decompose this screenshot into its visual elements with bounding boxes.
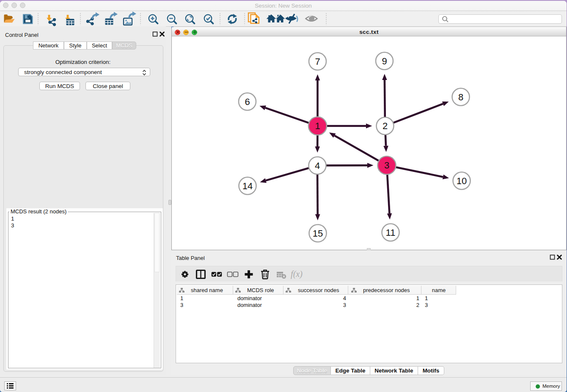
svg-text:4: 4 bbox=[343, 295, 346, 301]
svg-text:predecessor nodes: predecessor nodes bbox=[363, 287, 410, 293]
svg-text:1: 1 bbox=[315, 121, 320, 131]
svg-text:2: 2 bbox=[383, 121, 388, 131]
svg-text:2: 2 bbox=[416, 302, 419, 308]
svg-text:name: name bbox=[432, 287, 446, 293]
svg-text:3: 3 bbox=[343, 302, 346, 308]
svg-text:7: 7 bbox=[315, 56, 320, 67]
svg-text:dominator: dominator bbox=[237, 302, 262, 308]
svg-text:f(x): f(x) bbox=[291, 269, 303, 279]
svg-text:shared name: shared name bbox=[191, 287, 223, 293]
svg-text:1: 1 bbox=[180, 295, 183, 301]
svg-text:11: 11 bbox=[386, 227, 396, 238]
svg-text:4: 4 bbox=[315, 160, 320, 171]
svg-text:6: 6 bbox=[245, 97, 250, 107]
svg-text:15: 15 bbox=[313, 228, 323, 239]
svg-text:8: 8 bbox=[458, 92, 463, 102]
svg-text:9: 9 bbox=[382, 56, 387, 66]
svg-text:successor nodes: successor nodes bbox=[298, 287, 339, 293]
svg-text:3: 3 bbox=[384, 160, 389, 171]
svg-text:3: 3 bbox=[180, 302, 183, 308]
svg-text:dominator: dominator bbox=[237, 295, 262, 301]
svg-text:1: 1 bbox=[416, 295, 419, 301]
svg-text:10: 10 bbox=[457, 176, 467, 186]
svg-text:MCDS role: MCDS role bbox=[247, 287, 274, 293]
svg-text:14: 14 bbox=[242, 181, 253, 191]
svg-text:3: 3 bbox=[425, 302, 428, 308]
svg-text:1: 1 bbox=[425, 295, 428, 301]
